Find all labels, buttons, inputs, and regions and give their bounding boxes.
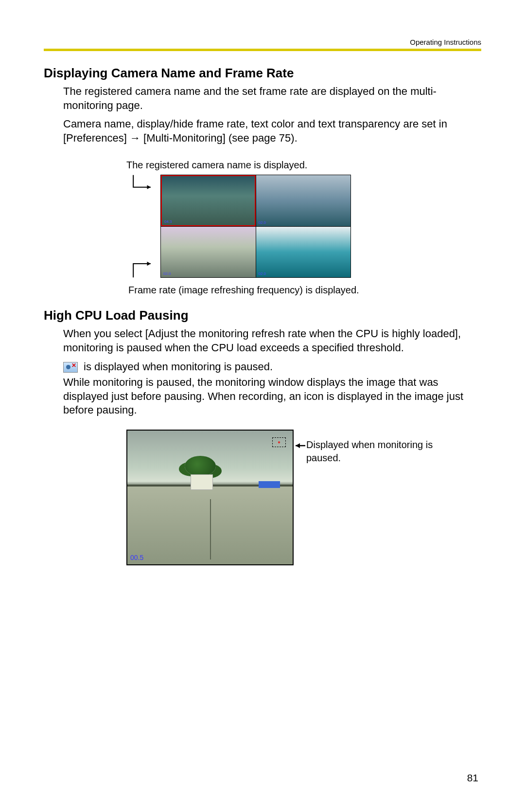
camera-tile: 02.0 [256, 227, 351, 278]
camera-tile: 04.3 [161, 175, 256, 226]
pause-icon [63, 362, 78, 373]
frame-rate-osd: 02.0 [258, 271, 267, 276]
section-heading-high-cpu: High CPU Load Pausing [44, 308, 481, 323]
figure-caption-bottom: Frame rate (image refreshing frequency) … [128, 285, 399, 296]
figure-paused-monitor: ● 00.5 Displayed when monitoring is paus… [126, 430, 467, 565]
body-text-span: is displayed when monitoring is paused. [81, 361, 273, 373]
scene-plant [181, 456, 220, 490]
header-label: Operating Instructions [410, 38, 481, 46]
figure-callout: Displayed when monitoring is paused. [306, 438, 467, 465]
figure-multi-monitor: The registered camera name is displayed.… [126, 160, 399, 296]
body-paragraph: The registered camera name and the set f… [63, 85, 481, 112]
scene-box [259, 481, 280, 488]
camera-grid: 04.3 02.0 02.0 02.0 [160, 175, 351, 278]
body-paragraph: Camera name, display/hide frame rate, te… [63, 117, 481, 145]
pause-overlay-icon: ● [272, 437, 286, 447]
body-paragraph: is displayed when monitoring is paused. [63, 360, 481, 374]
page-number: 81 [467, 772, 478, 784]
camera-snapshot: ● 00.5 [126, 430, 294, 565]
header-rule [44, 49, 481, 51]
camera-tile: 02.0 [256, 175, 351, 226]
scene-cabinet [127, 485, 293, 564]
pointer-arrow-icon [131, 174, 156, 198]
pointer-arrow-icon [131, 254, 156, 278]
body-paragraph: While monitoring is paused, the monitori… [63, 376, 481, 417]
frame-rate-osd: 02.0 [258, 220, 267, 225]
frame-rate-osd: 04.3 [163, 219, 173, 224]
body-paragraph: When you select [Adjust the monitoring r… [63, 327, 481, 355]
pointer-arrow-icon [293, 442, 305, 449]
frame-rate-osd: 02.0 [162, 271, 172, 276]
section-heading-displaying: Displaying Camera Name and Frame Rate [44, 66, 481, 81]
header: Operating Instructions [44, 49, 481, 51]
page: Operating Instructions Displaying Camera… [0, 0, 525, 812]
frame-rate-osd: 00.5 [130, 554, 143, 561]
figure-caption-top: The registered camera name is displayed. [126, 160, 399, 171]
camera-tile: 02.0 [161, 227, 256, 278]
